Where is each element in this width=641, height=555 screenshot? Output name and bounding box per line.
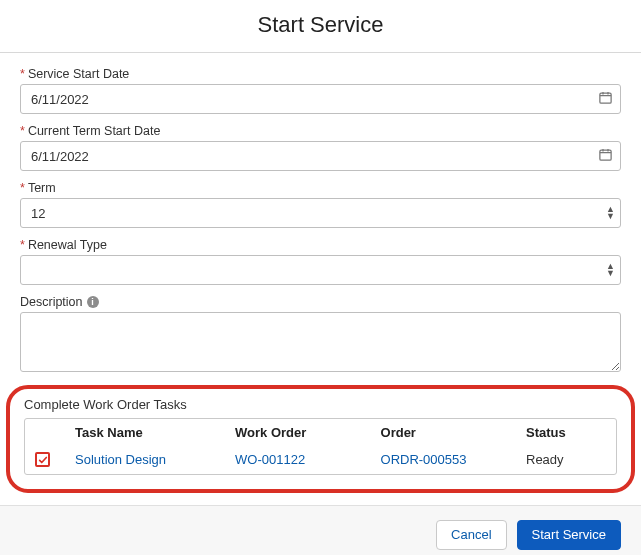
task-status: Ready <box>526 452 606 467</box>
description-textarea[interactable] <box>20 312 621 372</box>
col-order-header: Order <box>381 425 526 440</box>
task-checkbox[interactable] <box>35 452 50 467</box>
col-status-header: Status <box>526 425 606 440</box>
current-term-start-date-field <box>20 141 621 171</box>
renewal-type-label: * Renewal Type <box>20 238 621 252</box>
form-body: * Service Start Date * Current Term Star… <box>0 53 641 375</box>
required-asterisk: * <box>20 67 25 81</box>
service-start-date-field <box>20 84 621 114</box>
description-field <box>20 312 621 375</box>
term-field: ▲▼ <box>20 198 621 228</box>
work-order-link[interactable]: WO-001122 <box>235 452 380 467</box>
tasks-table: Task Name Work Order Order Status Soluti… <box>24 418 617 475</box>
dialog-title: Start Service <box>0 0 641 53</box>
complete-work-order-tasks-section: Complete Work Order Tasks Task Name Work… <box>6 385 635 493</box>
dialog-footer: Cancel Start Service <box>0 505 641 556</box>
tasks-section-label: Complete Work Order Tasks <box>24 397 617 412</box>
required-asterisk: * <box>20 124 25 138</box>
description-label: Description i <box>20 295 621 309</box>
required-asterisk: * <box>20 238 25 252</box>
renewal-type-input[interactable] <box>20 255 621 285</box>
cancel-button[interactable]: Cancel <box>436 520 506 550</box>
service-start-date-input[interactable] <box>20 84 621 114</box>
current-term-start-date-input[interactable] <box>20 141 621 171</box>
table-row: Solution Design WO-001122 ORDR-000553 Re… <box>25 446 616 474</box>
task-name-link[interactable]: Solution Design <box>75 452 235 467</box>
tasks-header-row: Task Name Work Order Order Status <box>25 419 616 446</box>
renewal-type-field: ▲▼ <box>20 255 621 285</box>
start-service-dialog: Start Service * Service Start Date * Cur… <box>0 0 641 555</box>
term-input[interactable] <box>20 198 621 228</box>
order-link[interactable]: ORDR-000553 <box>381 452 526 467</box>
info-icon: i <box>87 296 99 308</box>
service-start-date-label: * Service Start Date <box>20 67 621 81</box>
current-term-start-date-label: * Current Term Start Date <box>20 124 621 138</box>
start-service-button[interactable]: Start Service <box>517 520 621 550</box>
term-label: * Term <box>20 181 621 195</box>
col-wo-header: Work Order <box>235 425 380 440</box>
col-task-header: Task Name <box>75 425 235 440</box>
required-asterisk: * <box>20 181 25 195</box>
